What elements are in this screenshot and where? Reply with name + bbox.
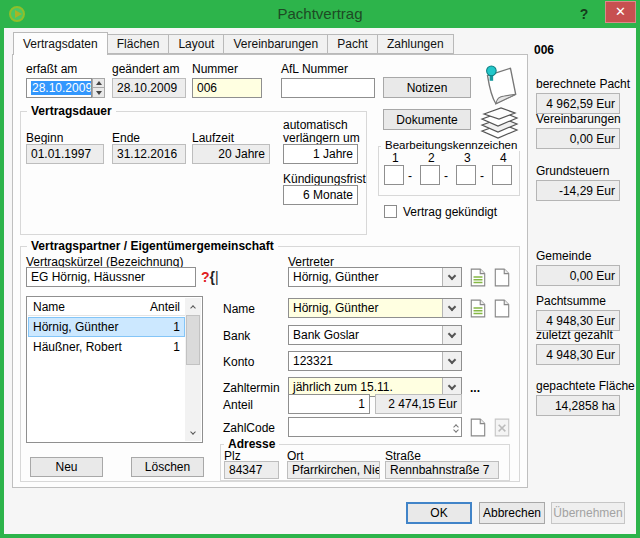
berechnete-pacht-value: 4 962,59 Eur (536, 93, 620, 114)
ende-label: Ende (112, 131, 140, 145)
abbrechen-button[interactable]: Abbrechen (479, 502, 545, 524)
erfasst-am-field[interactable]: 28.10.2009 (26, 78, 92, 98)
chevron-down-icon[interactable] (442, 299, 461, 317)
vereinbarungen-value: 0,00 Eur (536, 128, 620, 149)
gepachtete-flaeche-label: gepachtete Fläche (536, 379, 620, 393)
afl-nummer-field[interactable] (281, 78, 375, 98)
tab-pacht[interactable]: Pacht (328, 34, 378, 54)
kennzeichen-dash: - (444, 169, 448, 183)
help-button[interactable]: ? (574, 4, 594, 24)
zahlcode-spinner[interactable] (454, 418, 458, 436)
kennzeichen-dash: - (480, 169, 484, 183)
kennzeichen-col-3: 3 (464, 151, 471, 165)
ok-button[interactable]: OK (406, 502, 472, 524)
sidebar-item: Vereinbarungen 0,00 Eur (536, 112, 620, 149)
kuendigungsfrist-field[interactable]: 6 Monate (283, 185, 358, 205)
titlebar[interactable]: Pachtvertrag ? ✕ (0, 0, 640, 28)
tab-vereinbarungen[interactable]: Vereinbarungen (224, 34, 328, 54)
neu-button[interactable]: Neu (30, 457, 103, 477)
zuletzt-gezahlt-label: zuletzt gezahlt (536, 328, 620, 342)
kennzeichen-field-4[interactable] (492, 165, 512, 185)
erfasst-am-spinner[interactable] (92, 78, 105, 98)
anteil-field[interactable]: 1 (288, 394, 370, 414)
zahlcode-label: ZahlCode (223, 421, 275, 435)
close-button[interactable]: ✕ (605, 1, 636, 23)
geaendert-am-field: 28.10.2009 (112, 78, 186, 98)
plz-field: 84347 (224, 461, 279, 479)
kennzeichen-field-1[interactable] (384, 165, 404, 185)
vertragspartner-title: Vertragspartner / Eigentümergemeinschaft (27, 239, 278, 253)
vertreter-combobox[interactable]: Hörnig, Günther (288, 267, 462, 287)
spinner-up-icon[interactable] (92, 78, 105, 88)
vertrag-gekuendigt-label: Vertrag gekündigt (403, 205, 497, 219)
name-combobox[interactable]: Hörnig, Günther (288, 298, 462, 318)
sidebar-item: Grundsteuern -14,29 Eur (536, 164, 620, 201)
kuendigungsfrist-label: Kündigungsfrist (283, 172, 366, 186)
list-row[interactable]: Häußner, Robert 1 (29, 338, 184, 356)
vertragskuerzel-field[interactable]: EG Hörnig, Häussner (26, 267, 196, 287)
kennzeichen-col-2: 2 (428, 151, 435, 165)
grundsteuern-label: Grundsteuern (536, 164, 620, 178)
dokumente-button[interactable]: Dokumente (383, 109, 471, 130)
scrollbar-thumb[interactable] (186, 315, 200, 365)
bank-label: Bank (223, 329, 250, 343)
tab-flaechen[interactable]: Flächen (108, 34, 170, 54)
strasse-field: Rennbahnstraße 7 (385, 461, 499, 479)
eigentuemer-list[interactable]: Name Anteil Hörnig, Günther 1 Häußner, R… (26, 296, 203, 443)
auto-verlaengern-label-2: verlängern um (283, 131, 360, 145)
document-lines-icon[interactable] (470, 268, 487, 287)
more-options-icon[interactable]: ... (470, 381, 480, 395)
bank-combobox[interactable]: Bank Goslar (288, 325, 462, 345)
laufzeit-field: 20 Jahre (192, 144, 270, 164)
zahlcode-field[interactable] (288, 417, 462, 437)
document-blank-icon[interactable] (494, 299, 511, 318)
tab-vertragsdaten[interactable]: Vertragsdaten (13, 32, 108, 55)
close-icon: ✕ (615, 4, 626, 19)
document-lines-icon[interactable] (470, 299, 487, 318)
record-code: 006 (534, 43, 554, 57)
chevron-down-icon[interactable] (442, 352, 461, 370)
document-blank-icon[interactable] (470, 418, 487, 437)
sidebar-item: Pachtsumme 4 948,30 Eur (536, 294, 620, 331)
kennzeichen-field-2[interactable] (420, 165, 440, 185)
auto-verlaengern-label-1: automatisch (283, 118, 348, 132)
tab-zahlungen[interactable]: Zahlungen (378, 34, 454, 54)
chevron-down-icon[interactable] (442, 326, 461, 344)
loeschen-button[interactable]: Löschen (131, 457, 204, 477)
konto-label: Konto (223, 355, 254, 369)
afl-nummer-label: AfL Nummer (281, 62, 348, 76)
sidebar-item: berechnete Pacht 4 962,59 Eur (536, 77, 620, 114)
scroll-up-icon[interactable] (185, 298, 201, 314)
geaendert-am-label: geändert am (112, 62, 179, 76)
auto-verlaengern-field[interactable]: 1 Jahre (283, 144, 358, 164)
ort-field: Pfarrkirchen, Niede (287, 461, 380, 479)
vereinbarungen-label: Vereinbarungen (536, 112, 620, 126)
document-blank-icon[interactable] (494, 268, 511, 287)
chevron-down-icon[interactable] (442, 268, 461, 286)
list-scrollbar[interactable] (185, 298, 201, 441)
kennzeichen-col-4: 4 (500, 151, 507, 165)
sidebar-item: Gemeinde 0,00 Eur (536, 249, 620, 286)
sidebar-item: zuletzt gezahlt 4 948,30 Eur (536, 328, 620, 365)
beginn-label: Beginn (26, 131, 63, 145)
kennzeichen-field-3[interactable] (456, 165, 476, 185)
tab-layout[interactable]: Layout (169, 34, 224, 54)
pachtvertrag-window: Pachtvertrag ? ✕ Vertragsdaten Flächen L… (0, 0, 640, 538)
list-row[interactable]: Hörnig, Günther 1 (29, 318, 184, 336)
kennzeichen-dash: - (408, 169, 412, 183)
anteil-betrag-field: 2 474,15 Eur (375, 394, 462, 414)
notizen-button[interactable]: Notizen (383, 77, 471, 98)
zahltermin-label: Zahltermin (223, 381, 280, 395)
uebernehmen-button: Übernehmen (551, 502, 625, 524)
spinner-down-icon[interactable] (92, 88, 105, 98)
window-title: Pachtvertrag (0, 5, 640, 22)
scroll-down-icon[interactable] (185, 425, 201, 441)
konto-combobox[interactable]: 123321 (288, 351, 462, 371)
zuletzt-gezahlt-value: 4 948,30 Eur (536, 344, 620, 365)
gemeinde-label: Gemeinde (536, 249, 620, 263)
list-header-name: Name (33, 300, 150, 314)
vertrag-gekuendigt-checkbox[interactable] (384, 205, 397, 218)
text-helper-icon[interactable]: ?{| (201, 269, 219, 285)
nummer-field[interactable]: 006 (192, 78, 262, 98)
tab-strip: Vertragsdaten Flächen Layout Vereinbarun… (13, 31, 454, 54)
